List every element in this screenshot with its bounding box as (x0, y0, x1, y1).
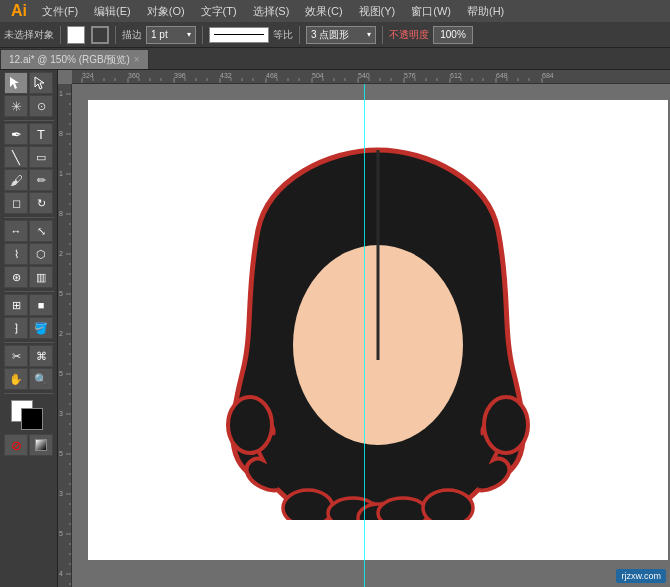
artwork-svg (208, 130, 548, 520)
tab-label: 12.ai* @ 150% (RGB/预览) (9, 53, 130, 67)
direct-selection-tool[interactable] (29, 72, 53, 94)
warp-tool[interactable]: ⌇ (4, 243, 28, 265)
object-label: 未选择对象 (4, 28, 54, 42)
tool-row-eraser: ◻ ↻ (2, 192, 56, 214)
tool-sep-4 (4, 342, 54, 343)
svg-marker-0 (10, 77, 19, 89)
menu-object[interactable]: 对象(O) (139, 0, 193, 22)
gradient-tool[interactable]: ■ (29, 294, 53, 316)
tools-panel: ✳ ⊙ ✒ T ╲ ▭ 🖌 (0, 70, 58, 587)
ruler-v-num-4c: 4 (59, 570, 63, 577)
type-tool[interactable]: T (29, 123, 53, 145)
scissors-tool[interactable]: ✂ (4, 345, 28, 367)
tool-row-line: ╲ ▭ (2, 146, 56, 168)
ruler-v-num-3d: 5 (59, 450, 63, 457)
main-area: ✳ ⊙ ✒ T ╲ ▭ 🖌 (0, 70, 670, 587)
stroke-swatch[interactable] (91, 26, 109, 44)
eraser-tool[interactable]: ◻ (4, 192, 28, 214)
tool-row-warp: ⌇ ⬡ (2, 243, 56, 265)
watermark: rjzxw.com (616, 569, 666, 583)
none-fill-button[interactable]: ⊘ (4, 434, 28, 456)
tool-row-brush: 🖌 ✏ (2, 169, 56, 191)
scale-tool[interactable]: ⤡ (29, 220, 53, 242)
ruler-v-num-3a: 2 (59, 330, 63, 337)
menu-file[interactable]: 文件(F) (34, 0, 86, 22)
tool-row-mesh: ⊞ ■ (2, 294, 56, 316)
hand-tool[interactable]: ✋ (4, 368, 28, 390)
ruler-horizontal: 324 360 396 432 468 504 540 576 612 648 … (72, 70, 670, 84)
rotate-tool[interactable]: ↻ (29, 192, 53, 214)
ruler-v-num-2d: 5 (59, 290, 63, 297)
menu-window[interactable]: 窗口(W) (403, 0, 459, 22)
ruler-v-num-2a: 1 (59, 170, 63, 177)
guide-line (364, 84, 365, 587)
symbol-tool[interactable]: ⊛ (4, 266, 28, 288)
magic-wand-tool[interactable]: ✳ (4, 95, 28, 117)
tool-row-fill-none: ⊘ (2, 434, 56, 456)
line-style-preview[interactable] (209, 27, 269, 43)
tool-sep-1 (4, 120, 54, 121)
tool-row-select (2, 72, 56, 94)
chevron-down-icon-2: ▾ (367, 30, 371, 39)
menu-bar: Ai 文件(F) 编辑(E) 对象(O) 文字(T) 选择(S) 效果(C) 视… (0, 0, 670, 22)
tool-row-eyedropper: ⁆ 🪣 (2, 317, 56, 339)
gradient-fill-button[interactable] (29, 434, 53, 456)
menu-edit[interactable]: 编辑(E) (86, 0, 139, 22)
toolbar-sep-5 (382, 26, 383, 44)
tool-sep-3 (4, 291, 54, 292)
toolbar-sep-3 (202, 26, 203, 44)
svg-marker-1 (35, 77, 44, 89)
ruler-vertical: 1 8 1 8 2 5 2 5 3 5 3 5 4 (58, 84, 72, 587)
ruler-v-num-1: 1 (59, 90, 63, 97)
toolbar-sep-1 (60, 26, 61, 44)
mesh-tool[interactable]: ⊞ (4, 294, 28, 316)
ruler-h-ticks (72, 78, 670, 84)
selection-tool[interactable] (4, 72, 28, 94)
tab-main[interactable]: 12.ai* @ 150% (RGB/预览) × (0, 49, 149, 69)
knife-tool[interactable]: ⌘ (29, 345, 53, 367)
tool-row-scissors: ✂ ⌘ (2, 345, 56, 367)
ruler-v-num-2b: 8 (59, 210, 63, 217)
hair-side-right (484, 397, 528, 453)
line-ratio-label: 等比 (273, 28, 293, 42)
menu-view[interactable]: 视图(Y) (351, 0, 404, 22)
paintbrush-tool[interactable]: 🖌 (4, 169, 28, 191)
tab-bar: 12.ai* @ 150% (RGB/预览) × (0, 48, 670, 70)
artwork-container (88, 100, 668, 550)
tab-close-button[interactable]: × (134, 54, 140, 65)
toolbar-sep-2 (115, 26, 116, 44)
menu-type[interactable]: 文字(T) (193, 0, 245, 22)
ruler-v-num-4b: 5 (59, 530, 63, 537)
eyedropper-tool[interactable]: ⁆ (4, 317, 28, 339)
tool-row-reflect: ↔ ⤡ (2, 220, 56, 242)
hair-side-left (228, 397, 272, 453)
color-swatches (11, 400, 47, 430)
app-logo: Ai (4, 0, 34, 22)
graph-tool[interactable]: ▥ (29, 266, 53, 288)
tool-sep-5 (4, 393, 54, 394)
blend-tool[interactable]: ⬡ (29, 243, 53, 265)
pencil-tool[interactable]: ✏ (29, 169, 53, 191)
stroke-weight-dropdown[interactable]: 1 pt ▾ (146, 26, 196, 44)
stroke-color-swatch[interactable] (21, 408, 43, 430)
ruler-v-num-3c: 3 (59, 410, 63, 417)
line-tool[interactable]: ╲ (4, 146, 28, 168)
shape-dropdown[interactable]: 3 点圆形 ▾ (306, 26, 376, 44)
chevron-down-icon: ▾ (187, 30, 191, 39)
menu-effect[interactable]: 效果(C) (297, 0, 350, 22)
pen-tool[interactable]: ✒ (4, 123, 28, 145)
menu-select[interactable]: 选择(S) (245, 0, 298, 22)
stroke-label: 描边 (122, 28, 142, 42)
opacity-value[interactable]: 100% (433, 26, 473, 44)
toolbar-sep-4 (299, 26, 300, 44)
reflect-tool[interactable]: ↔ (4, 220, 28, 242)
tool-row-hand: ✋ 🔍 (2, 368, 56, 390)
paintbucket-tool[interactable]: 🪣 (29, 317, 53, 339)
tool-row-pen: ✒ T (2, 123, 56, 145)
fill-swatch[interactable] (67, 26, 85, 44)
rect-tool[interactable]: ▭ (29, 146, 53, 168)
canvas-wrapper[interactable]: 324 360 396 432 468 504 540 576 612 648 … (58, 70, 670, 587)
zoom-tool[interactable]: 🔍 (29, 368, 53, 390)
lasso-tool[interactable]: ⊙ (29, 95, 53, 117)
menu-help[interactable]: 帮助(H) (459, 0, 512, 22)
